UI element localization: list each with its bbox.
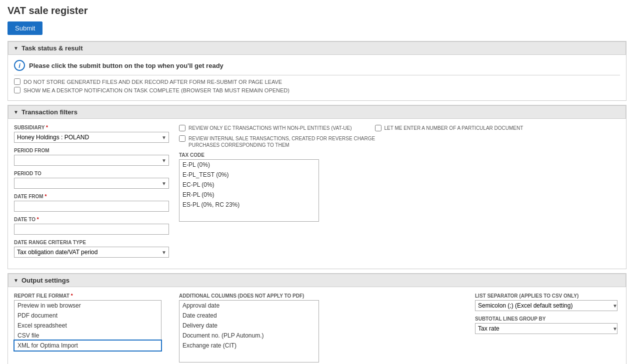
separator xyxy=(14,75,620,75)
date-from-label: DATE FROM * xyxy=(14,194,169,199)
period-to-field: PERIOD TO ▼ xyxy=(14,171,169,189)
task-status-header[interactable]: ▼ Task status & result xyxy=(8,41,626,55)
format-field: REPORT FILE FORMAT * Preview in web brow… xyxy=(14,293,169,351)
output-label: Output settings xyxy=(22,277,70,284)
additional-columns-label: ADDITIONAL COLUMNS (DOES NOT APPLY TO PD… xyxy=(179,293,465,299)
ec-checkbox[interactable] xyxy=(179,125,186,131)
period-to-wrapper: ▼ xyxy=(14,178,169,189)
date-range-wrapper: Tax obligation date/VAT period ▼ xyxy=(14,247,169,258)
date-range-select[interactable]: Tax obligation date/VAT period xyxy=(14,247,169,258)
reverse-checkbox-label: REVIEW INTERNAL SALE TRANSACTIONS, CREAT… xyxy=(188,135,378,148)
format-item[interactable]: CSV file xyxy=(14,331,161,341)
format-label: REPORT FILE FORMAT * xyxy=(14,293,169,299)
column-item[interactable]: Delivery date xyxy=(180,321,318,331)
task-status-label: Task status & result xyxy=(22,44,83,52)
checkbox-notify-label: SHOW ME A DESKTOP NOTIFICATION ON TASK C… xyxy=(24,87,290,93)
subsidiary-select-wrapper: Honey Holdings : POLAND ▼ xyxy=(14,132,169,143)
subtotal-select[interactable]: Tax rate xyxy=(475,323,618,334)
output-chevron: ▼ xyxy=(14,278,18,283)
tax-code-listbox[interactable]: E-PL (0%)E-PL_TEST (0%)EC-PL (0%)ER-PL (… xyxy=(179,159,319,222)
task-status-body: i Please click the submit button on the … xyxy=(8,55,626,100)
column-item[interactable]: Document no. (PLP Autonum.) xyxy=(180,331,318,341)
period-to-select[interactable] xyxy=(14,178,169,189)
output-col2: ADDITIONAL COLUMNS (DOES NOT APPLY TO PD… xyxy=(179,293,465,364)
filters-right-col: REVIEW ONLY EC TRANSACTIONS WITH NON-PL … xyxy=(179,125,620,263)
output-col3: LIST SEPARATOR (APPLIES TO CSV ONLY) Sem… xyxy=(475,293,620,364)
reverse-checkbox[interactable] xyxy=(179,135,186,142)
info-icon: i xyxy=(14,60,25,71)
tax-code-item[interactable]: E-PL (0%) xyxy=(180,160,318,170)
filters-body: SUBSIDIARY * Honey Holdings : POLAND ▼ P… xyxy=(8,119,626,269)
filters-label: Transaction filters xyxy=(22,108,78,116)
tax-code-item[interactable]: ES-PL (0%, RC 23%) xyxy=(180,200,318,210)
info-message: Please click the submit button on the to… xyxy=(29,62,224,69)
ec-checkbox-label: REVIEW ONLY EC TRANSACTIONS WITH NON-PL … xyxy=(188,125,352,131)
output-header[interactable]: ▼ Output settings xyxy=(8,274,626,287)
output-col1: REPORT FILE FORMAT * Preview in web brow… xyxy=(14,293,169,364)
tax-code-item[interactable]: EC-PL (0%) xyxy=(180,180,318,190)
task-status-section: ▼ Task status & result i Please click th… xyxy=(8,41,626,101)
column-item[interactable]: Date created xyxy=(180,311,318,321)
tax-code-item[interactable]: ER-PL (0%) xyxy=(180,190,318,200)
list-separator-select[interactable]: Semicolon (;) (Excel default setting) xyxy=(475,300,618,311)
ec-checkbox-row: REVIEW ONLY EC TRANSACTIONS WITH NON-PL … xyxy=(179,125,620,131)
checkbox-no-store[interactable] xyxy=(14,78,20,85)
output-section: ▼ Output settings REPORT FILE FORMAT * P… xyxy=(8,273,626,364)
reverse-checkbox-row: REVIEW INTERNAL SALE TRANSACTIONS, CREAT… xyxy=(179,135,620,148)
period-from-wrapper: ▼ xyxy=(14,155,169,166)
period-from-label: PERIOD FROM xyxy=(14,148,169,153)
task-status-chevron: ▼ xyxy=(14,45,18,51)
tax-code-field: TAX CODE E-PL (0%)E-PL_TEST (0%)EC-PL (0… xyxy=(179,152,620,222)
column-item[interactable]: Exchange rate (CIT) xyxy=(180,341,318,351)
format-item[interactable]: PDF document xyxy=(14,311,161,321)
date-to-input[interactable]: 06.11.2024 xyxy=(14,224,169,235)
subtotal-label: SUBTOTAL LINES GROUP BY xyxy=(475,316,620,322)
subtotal-field: SUBTOTAL LINES GROUP BY Tax rate ▼ xyxy=(475,316,620,334)
additional-columns-field: ADDITIONAL COLUMNS (DOES NOT APPLY TO PD… xyxy=(179,293,465,363)
additional-columns-listbox[interactable]: Approval dateDate createdDelivery dateDo… xyxy=(179,300,319,363)
subsidiary-label: SUBSIDIARY * xyxy=(14,125,169,130)
tax-code-item[interactable]: E-PL_TEST (0%) xyxy=(180,170,318,180)
format-item[interactable]: Preview in web browser xyxy=(14,301,161,311)
page-title: VAT sale register xyxy=(8,5,626,16)
period-from-field: PERIOD FROM ▼ xyxy=(14,148,169,166)
date-to-label: DATE TO * xyxy=(14,217,169,222)
column-item[interactable]: Approval date xyxy=(180,301,318,311)
subsidiary-field: SUBSIDIARY * Honey Holdings : POLAND ▼ xyxy=(14,125,169,143)
checkbox-no-store-label: DO NOT STORE GENERATED FILES AND DEK REC… xyxy=(24,79,282,85)
checkbox-notify-row: SHOW ME A DESKTOP NOTIFICATION ON TASK C… xyxy=(14,87,620,93)
page-container: VAT sale register Submit ▼ Task status &… xyxy=(0,0,634,364)
period-to-label: PERIOD TO xyxy=(14,171,169,176)
filters-section: ▼ Transaction filters SUBSIDIARY * Honey… xyxy=(8,105,626,269)
output-body: REPORT FILE FORMAT * Preview in web brow… xyxy=(8,287,626,364)
date-range-field: DATE RANGE CRITERIA TYPE Tax obligation … xyxy=(14,240,169,258)
info-row: i Please click the submit button on the … xyxy=(14,60,620,71)
list-separator-wrapper: Semicolon (;) (Excel default setting) ▼ xyxy=(475,300,620,311)
filters-left-col: SUBSIDIARY * Honey Holdings : POLAND ▼ P… xyxy=(14,125,169,263)
doc-checkbox-label: LET ME ENTER A NUMBER OF A PARTICULAR DO… xyxy=(384,125,524,131)
tax-code-label: TAX CODE xyxy=(179,152,620,158)
list-separator-field: LIST SEPARATOR (APPLIES TO CSV ONLY) Sem… xyxy=(475,293,620,311)
format-listbox[interactable]: Preview in web browserPDF documentExcel … xyxy=(14,300,162,351)
date-from-input[interactable]: 06.11.2024 xyxy=(14,201,169,212)
format-item[interactable]: XML for Optima Import xyxy=(14,341,161,351)
doc-checkbox[interactable] xyxy=(375,125,382,131)
period-from-select[interactable] xyxy=(14,155,169,166)
date-from-field: DATE FROM * 06.11.2024 xyxy=(14,194,169,212)
date-to-field: DATE TO * 06.11.2024 xyxy=(14,217,169,235)
filters-header[interactable]: ▼ Transaction filters xyxy=(8,105,626,119)
format-item[interactable]: Excel spreadsheet xyxy=(14,321,161,331)
checkbox-notify[interactable] xyxy=(14,87,20,93)
list-separator-label: LIST SEPARATOR (APPLIES TO CSV ONLY) xyxy=(475,293,620,299)
filters-chevron: ▼ xyxy=(14,109,18,115)
subsidiary-select[interactable]: Honey Holdings : POLAND xyxy=(14,132,169,143)
subtotal-wrapper: Tax rate ▼ xyxy=(475,323,620,334)
checkbox-no-store-row: DO NOT STORE GENERATED FILES AND DEK REC… xyxy=(14,78,620,85)
submit-button[interactable]: Submit xyxy=(8,21,42,35)
date-range-label: DATE RANGE CRITERIA TYPE xyxy=(14,240,169,245)
